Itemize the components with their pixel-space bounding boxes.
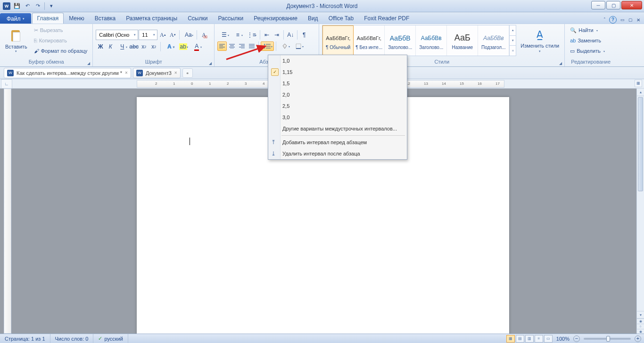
tab-office-tab[interactable]: Office Tab <box>323 13 359 24</box>
tab-review[interactable]: Рецензирование <box>248 13 303 24</box>
align-left-button[interactable] <box>217 41 227 51</box>
qat-save-button[interactable]: 💾 <box>12 1 22 11</box>
styles-dialog-launcher[interactable]: ◢ <box>558 60 563 66</box>
strikethrough-button[interactable]: abc <box>129 42 139 51</box>
status-word-count[interactable]: Число слов: 0 <box>50 334 94 343</box>
browse-object-button[interactable]: ○ <box>637 324 644 329</box>
shrink-font-button[interactable]: A▾ <box>168 30 177 40</box>
file-tab[interactable]: Файл <box>0 13 31 24</box>
close-button[interactable]: ✕ <box>621 1 642 9</box>
status-page[interactable]: Страница: 1 из 1 <box>0 334 50 343</box>
view-web-layout[interactable]: ▥ <box>525 335 534 343</box>
ribbon-min-icon[interactable]: ▭ <box>620 17 625 22</box>
line-spacing-2-0[interactable]: 2,0 <box>268 89 407 100</box>
zoom-slider[interactable] <box>584 338 631 340</box>
line-spacing-options[interactable]: Другие варианты междустрочных интервалов… <box>268 123 407 134</box>
align-right-button[interactable] <box>237 41 247 51</box>
line-spacing-1-15[interactable]: ✓1,15 <box>268 66 407 78</box>
vertical-ruler[interactable] <box>4 89 11 334</box>
zoom-level[interactable]: 100% <box>556 336 570 342</box>
find-button[interactable]: 🔍Найти▾ <box>568 25 607 35</box>
line-spacing-1-0[interactable]: 1,0 <box>268 55 407 66</box>
qat-redo-button[interactable]: ↷ <box>33 1 42 11</box>
numbering-button[interactable]: ≡ <box>231 30 244 40</box>
tab-references[interactable]: Ссылки <box>182 13 213 24</box>
zoom-in-button[interactable]: + <box>635 335 641 342</box>
cut-button[interactable]: ✂Вырезать <box>32 25 90 35</box>
minimize-button[interactable]: ─ <box>591 1 605 9</box>
doc-tab-2-close[interactable]: × <box>174 70 177 75</box>
change-styles-button[interactable]: A̲ Изменить стили▾ <box>518 25 561 56</box>
tab-view[interactable]: Вид <box>303 13 323 24</box>
font-size-input[interactable] <box>141 32 152 38</box>
prev-page-button[interactable]: ◉ <box>637 318 644 324</box>
doc-tab-1[interactable]: W Как сделать интерва...между строк друг… <box>4 68 131 78</box>
style-heading2[interactable]: АаБбВвЗаголово... <box>416 25 447 56</box>
style-heading1[interactable]: АаБбВЗаголово... <box>385 25 416 56</box>
styles-gallery-scroll[interactable]: ▴▾≡ <box>509 25 516 56</box>
underline-button[interactable]: Ч <box>116 42 129 51</box>
clipboard-dialog-launcher[interactable]: ◢ <box>86 60 91 66</box>
superscript-button[interactable]: x2 <box>149 42 158 51</box>
font-name-combo[interactable]: ▾ <box>96 30 138 40</box>
zoom-out-button[interactable]: − <box>573 335 580 342</box>
view-outline[interactable]: ≡ <box>535 335 543 343</box>
grow-font-button[interactable]: A▴ <box>158 30 167 40</box>
font-dialog-launcher[interactable]: ◢ <box>207 60 213 66</box>
vertical-scrollbar[interactable]: ▴ ▾ ◉ ○ ◉ <box>636 89 644 334</box>
tab-page-layout[interactable]: Разметка страницы <box>121 13 182 24</box>
decrease-indent-button[interactable]: ⇤ <box>262 30 272 40</box>
tab-mailings[interactable]: Рассылки <box>213 13 248 24</box>
tab-selector[interactable]: ∟ <box>1 79 12 89</box>
italic-button[interactable]: К <box>106 42 115 51</box>
font-name-input[interactable] <box>98 32 133 38</box>
tab-insert[interactable]: Вставка <box>90 13 121 24</box>
paste-button[interactable]: Вставить ▾ <box>3 25 30 56</box>
status-language[interactable]: ✓русский <box>93 334 128 343</box>
line-spacing-button[interactable] <box>261 41 274 51</box>
add-space-before[interactable]: ⤒Добавить интервал перед абзацем <box>268 137 407 148</box>
bullets-button[interactable]: ☰ <box>217 30 231 40</box>
style-subtitle[interactable]: АаБбВвПодзагол... <box>478 25 509 56</box>
multilevel-list-button[interactable]: ⋮≡ <box>245 30 258 40</box>
increase-indent-button[interactable]: ⇥ <box>272 30 281 40</box>
line-spacing-2-5[interactable]: 2,5 <box>268 100 407 112</box>
line-spacing-1-5[interactable]: 1,5 <box>268 78 407 89</box>
qat-customize-button[interactable]: ▾ <box>47 1 56 11</box>
scroll-up-button[interactable]: ▴ <box>637 89 644 96</box>
help-button[interactable]: ? <box>609 16 617 24</box>
new-doc-tab-button[interactable]: ▫ <box>182 68 193 78</box>
minimize-ribbon-button[interactable]: ˆ <box>604 17 605 23</box>
replace-button[interactable]: abЗаменить <box>568 36 607 45</box>
font-size-combo[interactable]: ▾ <box>139 30 157 40</box>
style-no-spacing[interactable]: АаБбВвГг,¶ Без инте... <box>354 25 385 56</box>
next-page-button[interactable]: ◉ <box>637 329 644 334</box>
scroll-down-button[interactable]: ▾ <box>637 311 644 318</box>
shading-button[interactable] <box>278 41 291 51</box>
line-spacing-3-0[interactable]: 3,0 <box>268 112 407 123</box>
qat-undo-button[interactable]: ↶ <box>23 1 32 11</box>
maximize-button[interactable]: ▢ <box>606 1 620 9</box>
doc-tab-2[interactable]: W Документ3 × <box>133 68 181 78</box>
show-marks-button[interactable]: ¶ <box>299 30 309 40</box>
view-draft[interactable]: ▭ <box>544 335 553 343</box>
align-center-button[interactable] <box>227 41 237 51</box>
zoom-slider-thumb[interactable] <box>606 336 610 342</box>
font-color-button[interactable]: A <box>190 42 203 51</box>
sort-button[interactable]: A↓ <box>286 30 295 40</box>
text-effects-button[interactable]: A <box>163 42 176 51</box>
format-painter-button[interactable]: 🖌Формат по образцу <box>32 46 90 56</box>
tab-foxit[interactable]: Foxit Reader PDF <box>359 13 414 24</box>
tab-home[interactable]: Главная <box>32 13 64 24</box>
style-title[interactable]: АаБНазвание <box>447 25 478 56</box>
select-button[interactable]: ▭Выделить▾ <box>568 46 607 56</box>
ribbon-window-icon[interactable]: ▢ <box>628 17 633 22</box>
justify-button[interactable] <box>247 41 256 51</box>
clear-formatting-button[interactable]: A⌫ <box>199 30 208 40</box>
borders-button[interactable] <box>292 41 305 51</box>
bold-button[interactable]: Ж <box>96 42 105 51</box>
change-case-button[interactable]: Aa <box>182 30 195 40</box>
view-full-screen[interactable]: ▤ <box>516 335 524 343</box>
style-normal[interactable]: АаБбВвГг,¶ Обычный <box>322 25 354 56</box>
remove-space-after[interactable]: ⤓Удалить интервал после абзаца <box>268 148 407 159</box>
